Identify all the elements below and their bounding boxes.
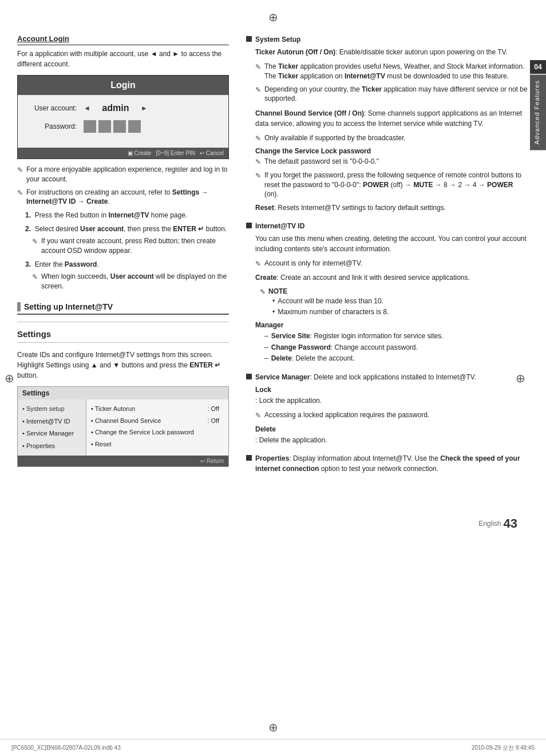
lock-desc: : Lock the application. (255, 395, 529, 406)
left-column: Account Login For a application with mul… (17, 34, 229, 482)
properties-section: Properties: Display information about In… (246, 453, 529, 474)
login-note-1-text: For a more enjoyable application experie… (26, 165, 229, 184)
step-2-note: ✎ If you want create account, press Red … (32, 236, 229, 256)
system-setup-content: Ticker Autorun (Off / On): Enable/disabl… (255, 47, 529, 213)
note-bullet-2-text: Maximum number of characters is 8. (278, 307, 389, 318)
note-pencil-icon-2: ✎ (17, 188, 23, 207)
password-label: Password: (27, 122, 81, 130)
login-password-row: Password: (27, 120, 219, 133)
ticker-note-1: ✎ The Ticker application provides useful… (255, 62, 529, 81)
change-lock-heading: Change the Service Lock password (255, 147, 529, 155)
section-bar-icon (17, 302, 21, 311)
delete-item: – Delete: Delete the account. (264, 353, 529, 364)
settings-right-channel-bound: • Channel Bound Service : Off (91, 415, 224, 427)
channel-bound-text: Channel Bound Service (Off / On): Some c… (255, 108, 529, 129)
login-note-2: ✎ For instructions on creating an accoun… (17, 188, 229, 207)
change-lock-label: • Change the Service Lock password (91, 428, 194, 437)
change-lock-note-1: ✎ The default password set is "0-0-0-0." (255, 157, 529, 167)
password-dot-4 (128, 120, 141, 133)
login-note-2-text: For instructions on creating an account,… (26, 188, 229, 207)
delete-dash: – (264, 353, 268, 364)
lock-note-icon: ✎ (255, 411, 261, 421)
bullet-square-icon-4 (246, 455, 252, 461)
page-number-value: 43 (504, 516, 517, 531)
channel-bound-label: • Channel Bound Service (91, 416, 161, 426)
login-user-row: User account: ◄ admin ► (27, 103, 219, 113)
page-container: ⊕ ⊕ ⊕ ⊕ 04 Advanced Features Account Log… (0, 0, 546, 756)
login-box-body: User account: ◄ admin ► Password: (18, 95, 228, 148)
lock-heading: Lock (255, 386, 529, 394)
login-note-1: ✎ For a more enjoyable application exper… (17, 165, 229, 184)
settings-right-change-lock: • Change the Service Lock password (91, 426, 224, 438)
login-box: Login User account: ◄ admin ► Password: (17, 75, 229, 159)
right-arrow-icon: ► (141, 104, 148, 112)
chapter-label: Advanced Features (530, 74, 546, 150)
properties-text: Properties: Display information about In… (255, 453, 529, 474)
divider-2 (17, 342, 229, 343)
manager-heading: Manager (255, 321, 529, 329)
step-2-note-text: If you want create account, press Red bu… (41, 236, 229, 256)
settings-item-properties: • Properties (22, 440, 81, 452)
internet-tv-id-note: ✎ Account is only for internet@TV. (255, 259, 529, 269)
user-account-value: admin (93, 103, 139, 113)
service-site-text: Service Site: Register login information… (271, 331, 444, 342)
crosshair-right-icon: ⊕ (516, 371, 525, 385)
user-account-label: User account: (27, 104, 81, 112)
bullet-square-icon-1 (246, 36, 252, 42)
change-lock-note-2-text: If you forget the password, press the fo… (264, 171, 529, 199)
change-lock-note-icon-1: ✎ (255, 157, 261, 167)
reset-text: Reset: Resets Internet@TV settings to fa… (255, 203, 529, 213)
ticker-note-2: ✎ Depending on your country, the Ticker … (255, 85, 529, 104)
note-box-icon: ✎ (260, 288, 266, 296)
change-lock-note-2: ✎ If you forget the password, press the … (255, 171, 529, 199)
settings-right-ticker: • Ticker Autorun : Off (91, 403, 224, 415)
internet-tv-id-note-icon: ✎ (255, 259, 261, 269)
change-password-item: – Change Password: Change account passwo… (264, 342, 529, 353)
settings-box-body: • System setup • Internet@TV ID • Servic… (18, 399, 228, 456)
account-login-desc: For a application with multiple account,… (17, 49, 229, 69)
internet-tv-id-section: Internet@TV ID You can use this menu whe… (246, 221, 529, 364)
change-password-text: Change Password: Change account password… (271, 342, 418, 353)
internet-tv-id-title: Internet@TV ID (255, 221, 529, 231)
change-lock-note-1-text: The default password set is "0-0-0-0." (264, 157, 379, 167)
service-manager-content: Lock : Lock the application. ✎ Accessing… (255, 386, 529, 445)
step-2: 2. Select desired User account, then pre… (25, 224, 229, 256)
note-box-list: • Account will be made less than 10. • M… (272, 296, 529, 318)
ticker-note-2-text: Depending on your country, the Ticker ap… (264, 85, 529, 104)
note-bullet-dot-1: • (272, 296, 275, 307)
settings-box: Settings • System setup • Internet@TV ID… (17, 386, 229, 467)
chapter-number-value: 04 (534, 63, 541, 71)
note-box: ✎ NOTE • Account will be made less than … (260, 287, 529, 318)
chapter-number: 04 (530, 60, 546, 74)
internet-tv-id-note-text: Account is only for internet@TV. (264, 259, 362, 269)
ticker-note-icon-1: ✎ (255, 62, 261, 81)
note-bullet-2: • Maximum number of characters is 8. (272, 307, 529, 318)
note-bullet-1: • Account will be made less than 10. (272, 296, 529, 307)
password-dot-2 (98, 120, 111, 133)
password-dots (84, 120, 141, 133)
page-number-area: English 43 (0, 516, 546, 543)
bullet-square-icon-3 (246, 374, 252, 379)
chapter-label-text: Advanced Features (533, 80, 540, 144)
cancel-button-label[interactable]: ↩ Cancel (200, 150, 224, 156)
login-box-title: Login (18, 76, 228, 95)
settings-desc: Create IDs and configure Internet@TV set… (17, 350, 229, 381)
create-text: Create: Create an account and link it wi… (255, 272, 529, 283)
channel-bound-note-icon: ✎ (255, 134, 261, 144)
setting-up-section: Setting up Internet@TV (17, 302, 229, 315)
properties-header: Properties: Display information about In… (246, 453, 529, 474)
right-column: System Setup Ticker Autorun (Off / On): … (246, 34, 529, 482)
service-site-dash: – (264, 331, 268, 342)
enter-pin-label: [0~9] Enter PIN (156, 150, 195, 156)
lock-note-text: Accessing a locked application requires … (264, 410, 429, 421)
step-3-note: ✎ When login succeeds, User account will… (32, 272, 229, 291)
step-3: 3. Enter the Password. ✎ When login succ… (25, 259, 229, 291)
settings-box-title: Settings (18, 387, 228, 399)
internet-tv-id-desc: You can use this menu when creating, del… (255, 233, 529, 254)
create-button-label[interactable]: ▣ Create (128, 150, 152, 156)
note-pencil-icon-3: ✎ (32, 237, 38, 256)
ticker-autorun-value: : Off (207, 404, 219, 414)
delete-heading: Delete (255, 425, 529, 433)
channel-bound-value: : Off (207, 416, 219, 426)
password-dot-1 (84, 120, 96, 133)
